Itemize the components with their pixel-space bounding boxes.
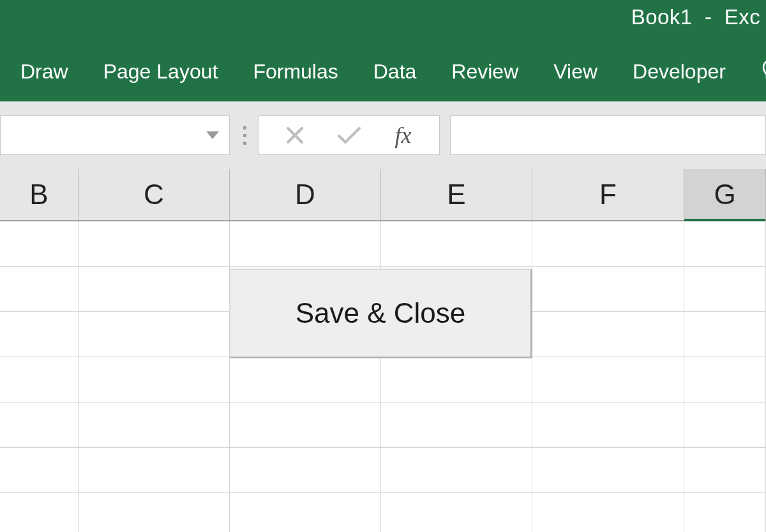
cell[interactable] bbox=[0, 403, 79, 448]
grid-row bbox=[0, 403, 766, 448]
window-title: Book1 - Exc bbox=[631, 5, 761, 29]
cell[interactable] bbox=[79, 448, 230, 493]
cell[interactable] bbox=[684, 267, 766, 312]
formula-input[interactable] bbox=[450, 115, 766, 155]
cell[interactable] bbox=[230, 403, 381, 448]
grid-row bbox=[0, 221, 766, 267]
window-titlebar: Book1 - Exc bbox=[0, 0, 766, 41]
tab-review[interactable]: Review bbox=[451, 60, 518, 84]
cell[interactable] bbox=[684, 221, 766, 267]
cell[interactable] bbox=[0, 312, 79, 357]
cell[interactable] bbox=[684, 493, 766, 532]
cell[interactable] bbox=[532, 312, 684, 357]
cell[interactable] bbox=[684, 448, 766, 493]
cell[interactable] bbox=[532, 221, 684, 267]
tell-me-search[interactable]: T bbox=[761, 58, 766, 85]
column-header-D[interactable]: D bbox=[230, 169, 381, 220]
cell[interactable] bbox=[0, 357, 79, 403]
cell[interactable] bbox=[532, 267, 684, 312]
column-header-E[interactable]: E bbox=[381, 169, 532, 220]
cell[interactable] bbox=[230, 357, 381, 403]
cell[interactable] bbox=[381, 448, 532, 493]
insert-function-button[interactable]: fx bbox=[376, 116, 430, 154]
worksheet-area: BCDEFG Save & Close bbox=[0, 169, 766, 532]
formula-bar: fx bbox=[0, 101, 766, 169]
cell[interactable] bbox=[230, 448, 381, 493]
cell[interactable] bbox=[532, 493, 684, 532]
cell[interactable] bbox=[230, 493, 381, 532]
cell[interactable] bbox=[381, 221, 532, 267]
fx-icon: fx bbox=[395, 122, 412, 149]
grid-row bbox=[0, 448, 766, 493]
grid-row bbox=[0, 357, 766, 403]
column-header-G[interactable]: G bbox=[684, 169, 766, 220]
column-header-B[interactable]: B bbox=[0, 169, 79, 220]
save-and-close-button[interactable]: Save & Close bbox=[229, 269, 532, 358]
cell[interactable] bbox=[79, 357, 230, 403]
enter-formula-button[interactable] bbox=[322, 116, 376, 154]
cell[interactable] bbox=[0, 221, 79, 267]
cancel-formula-button[interactable] bbox=[267, 116, 322, 154]
tab-formulas[interactable]: Formulas bbox=[253, 60, 338, 84]
column-headers: BCDEFG bbox=[0, 169, 766, 221]
grid-row bbox=[0, 493, 766, 532]
cell[interactable] bbox=[79, 403, 230, 448]
cell[interactable] bbox=[684, 312, 766, 357]
cell[interactable] bbox=[79, 221, 230, 267]
cell[interactable] bbox=[532, 403, 684, 448]
cell[interactable] bbox=[230, 221, 381, 267]
tab-developer[interactable]: Developer bbox=[633, 60, 726, 84]
tab-page-layout[interactable]: Page Layout bbox=[103, 60, 218, 84]
cell[interactable] bbox=[0, 493, 79, 532]
formula-bar-buttons: fx bbox=[258, 115, 440, 155]
dropdown-icon bbox=[206, 131, 219, 139]
column-header-F[interactable]: F bbox=[532, 169, 684, 220]
cell[interactable] bbox=[532, 357, 684, 403]
cell[interactable] bbox=[0, 448, 79, 493]
check-icon bbox=[336, 125, 362, 145]
tab-data[interactable]: Data bbox=[373, 60, 417, 84]
x-icon bbox=[285, 125, 305, 145]
name-box[interactable] bbox=[0, 115, 230, 155]
save-and-close-label: Save & Close bbox=[296, 297, 466, 329]
cell[interactable] bbox=[381, 493, 532, 532]
cell[interactable] bbox=[684, 357, 766, 403]
tab-view[interactable]: View bbox=[553, 60, 597, 84]
cell[interactable] bbox=[381, 357, 532, 403]
cell[interactable] bbox=[532, 448, 684, 493]
formula-bar-grip[interactable] bbox=[235, 115, 254, 155]
cell[interactable] bbox=[684, 403, 766, 448]
cell[interactable] bbox=[79, 267, 230, 312]
cell[interactable] bbox=[79, 312, 230, 357]
column-header-C[interactable]: C bbox=[79, 169, 230, 220]
ribbon-tabs: Draw Page Layout Formulas Data Review Vi… bbox=[0, 41, 766, 101]
cell[interactable] bbox=[381, 403, 532, 448]
lightbulb-icon bbox=[761, 58, 766, 85]
tab-draw[interactable]: Draw bbox=[20, 60, 68, 84]
cell[interactable] bbox=[79, 493, 230, 532]
cell[interactable] bbox=[0, 267, 79, 312]
